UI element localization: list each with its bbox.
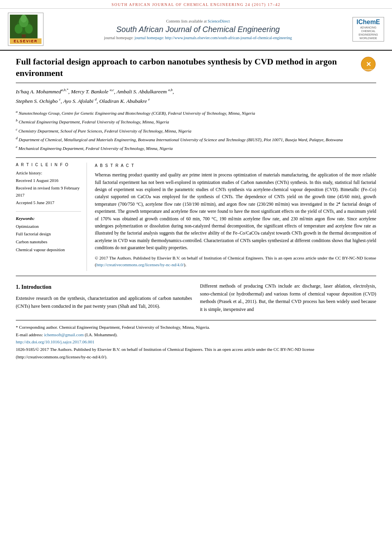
keyword-1: Optimization (16, 223, 81, 231)
authors-line: Is'haq A. Mohammeda,b,*, Mercy T. Bankol… (16, 87, 376, 106)
ichemE-logo: IChemE ADVANCINGCHEMICALENGINEERINGWORLD… (352, 17, 384, 42)
intro-column-left: 1. Introduction Extensive research on th… (16, 282, 192, 314)
email-line: E-mail address: ichemsoft@gmail.com (I.A… (16, 331, 376, 339)
ichemE-label: IChemE (354, 19, 383, 26)
doi-link[interactable]: http://dx.doi.org/10.1016/j.sajce.2017.0… (16, 339, 94, 344)
abstract-section: A B S T R A C T Whereas meeting product … (95, 163, 376, 271)
article-title: Full factorial design approach to carbon… (16, 56, 356, 79)
abstract-text: Whereas meeting product quantity and qua… (95, 171, 376, 268)
article-title-section: Full factorial design approach to carbon… (16, 51, 376, 83)
accepted-date: Accepted 5 June 2017 (16, 199, 81, 206)
keyword-3: Carbon nanotubes (16, 238, 81, 246)
journal-header: ELSEVIER Contents lists available at Sci… (0, 9, 392, 51)
keyword-4: Chemical vapour deposition (16, 246, 81, 254)
authors-section: Is'haq A. Mohammeda,b,*, Mercy T. Bankol… (16, 83, 376, 155)
journal-banner: SOUTH AFRICAN JOURNAL OF CHEMICAL ENGINE… (0, 0, 392, 9)
cc-license-link[interactable]: http://creativecommons.org/licenses/by-n… (96, 262, 184, 267)
two-column-section: 1. Introduction Extensive research on th… (16, 276, 376, 314)
history-label: Article history: (16, 169, 81, 177)
journal-homepage: journal homepage: journal homepage: http… (47, 36, 349, 40)
affiliations: a Nanotechnology Group, Centre for Genet… (16, 109, 376, 152)
article-info-abstract: A R T I C L E I N F O Article history: R… (16, 157, 376, 276)
corresponding-author: * Corresponding author. Chemical Enginee… (16, 324, 376, 331)
keyword-2: Full factorial design (16, 230, 81, 238)
ichemE-subtitle: ADVANCINGCHEMICALENGINEERINGWORLDWIDE (354, 26, 383, 40)
abstract-copyright: © 2017 The Authors. Published by Elsevie… (95, 255, 376, 269)
sciencedirect-link[interactable]: ScienceDirect (207, 19, 230, 23)
svg-text:✕: ✕ (366, 61, 371, 68)
journal-url[interactable]: journal homepage: http://www.journals.el… (134, 36, 292, 40)
keywords-block: Keywords: Optimization Full factorial de… (16, 211, 81, 254)
received-date: Received 1 August 2016 (16, 177, 81, 184)
open-access-note: 1026-9185/© 2017 The Authors. Published … (16, 346, 376, 360)
intro-text-left: Extensive research on the synthesis, cha… (16, 295, 192, 311)
elsevier-logo: ELSEVIER (8, 13, 43, 46)
article-history: Article history: Received 1 August 2016 … (16, 169, 81, 206)
keywords-title: Keywords: (16, 215, 81, 223)
journal-main-title: South African Journal of Chemical Engine… (47, 25, 349, 34)
intro-text-right: Different methods of producing CNTs incl… (200, 282, 376, 314)
journal-title-block: Contents lists available at ScienceDirec… (43, 19, 352, 40)
intro-column-right: Different methods of producing CNTs incl… (200, 282, 376, 314)
svg-text:CrossMark: CrossMark (362, 68, 374, 71)
section-title: Introduction (21, 284, 51, 290)
crossmark-icon[interactable]: ✕ CrossMark (360, 56, 376, 72)
elsevier-label: ELSEVIER (10, 38, 41, 44)
footnote-area: * Corresponding author. Chemical Enginee… (16, 320, 376, 360)
article-main: Full factorial design approach to carbon… (0, 51, 392, 360)
intro-heading: 1. Introduction (16, 282, 192, 292)
svg-point-5 (21, 15, 27, 23)
email-link[interactable]: ichemsoft@gmail.com (44, 332, 83, 337)
article-info-label: A R T I C L E I N F O (16, 163, 81, 167)
revised-date: Received in revised form 9 February 2017 (16, 184, 81, 199)
section-number: 1. (16, 284, 20, 290)
abstract-label: A B S T R A C T (95, 163, 376, 169)
article-info-panel: A R T I C L E I N F O Article history: R… (16, 163, 87, 271)
contents-line: Contents lists available at ScienceDirec… (47, 19, 349, 23)
elsevier-tree-graphic (10, 15, 38, 38)
